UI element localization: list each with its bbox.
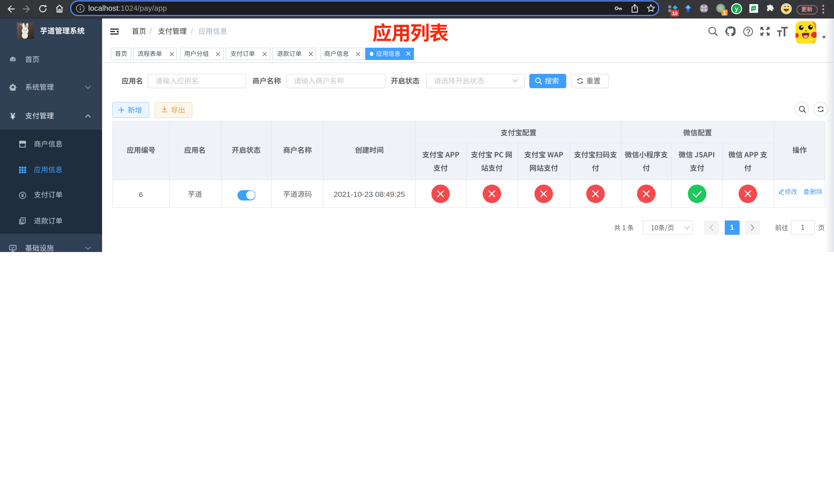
svg-text:10: 10 [672, 10, 677, 16]
svg-text:y: y [734, 5, 738, 12]
svg-text:1: 1 [723, 10, 726, 15]
